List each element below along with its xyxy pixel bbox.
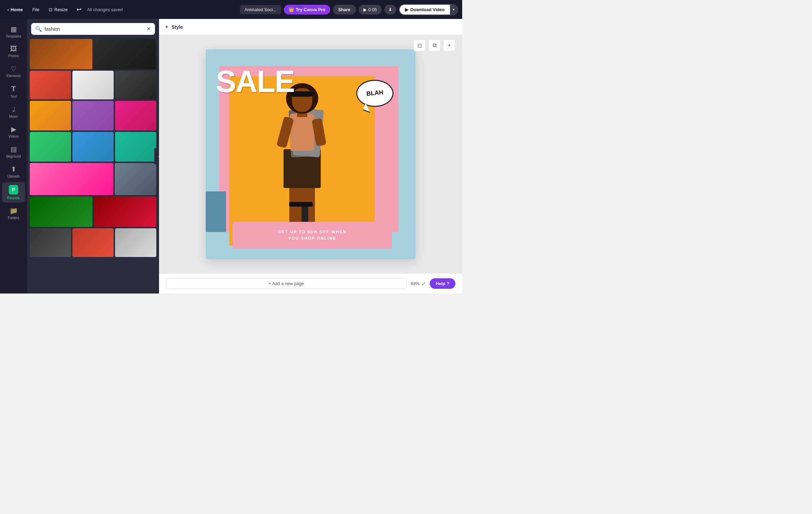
add-page-label: + Add a new page bbox=[269, 281, 304, 286]
sidebar-label-photos: Photos bbox=[8, 54, 19, 58]
play-icon: ▶ bbox=[363, 7, 367, 12]
sidebar-item-uploads[interactable]: ⬆ Uploads bbox=[2, 162, 25, 181]
style-sparkle-icon: ✦ bbox=[164, 24, 169, 30]
photo-thumb[interactable] bbox=[72, 132, 114, 162]
music-icon: ♩ bbox=[12, 105, 15, 113]
help-button[interactable]: Help ? bbox=[430, 278, 455, 289]
add-page-button[interactable]: + Add a new page bbox=[166, 278, 407, 289]
photo-thumb[interactable] bbox=[30, 228, 71, 257]
try-pro-button[interactable]: 👑 Try Canva Pro bbox=[284, 5, 330, 15]
photo-thumb[interactable] bbox=[72, 228, 114, 257]
project-name-label: Animated Soci... bbox=[245, 7, 277, 12]
design-canvas[interactable]: SALE BLAH GET UP TO 50% OFF WHEN YOU SHO… bbox=[206, 49, 415, 259]
photo-thumb[interactable] bbox=[115, 228, 156, 257]
clear-search-button[interactable]: ✕ bbox=[146, 26, 151, 32]
canvas-resize-button[interactable]: ⊡ bbox=[413, 39, 426, 51]
pexels-icon: P bbox=[9, 185, 18, 194]
expand-icon: ⤢ bbox=[422, 281, 426, 286]
resize-canvas-icon: ⊡ bbox=[418, 42, 422, 49]
canvas-copy-button[interactable]: ⧉ bbox=[428, 39, 441, 51]
photo-thumb[interactable] bbox=[72, 101, 114, 131]
download-video-label: Download Video bbox=[410, 7, 445, 12]
undo-icon: ↩ bbox=[76, 6, 82, 13]
top-navigation: ‹ Home File ⊡ Resize ↩ All changes saved… bbox=[0, 0, 462, 19]
uploads-icon: ⬆ bbox=[11, 165, 17, 173]
search-input[interactable] bbox=[45, 26, 144, 32]
download-icon-button[interactable]: ⬇ bbox=[384, 5, 396, 15]
home-button[interactable]: ‹ Home bbox=[4, 5, 26, 14]
sidebar-item-music[interactable]: ♩ Music bbox=[2, 102, 25, 121]
photo-thumb[interactable] bbox=[30, 71, 71, 99]
sidebar-item-folders[interactable]: 📁 Folders bbox=[2, 204, 25, 223]
photo-thumb[interactable] bbox=[30, 132, 71, 162]
photo-thumb[interactable] bbox=[115, 163, 156, 195]
undo-button[interactable]: ↩ bbox=[74, 4, 84, 15]
style-label: Style bbox=[172, 24, 183, 30]
photo-thumb[interactable] bbox=[30, 39, 92, 69]
videos-icon: ▶ bbox=[11, 125, 16, 133]
promo-line1: GET UP TO 50% OFF WHEN bbox=[278, 230, 347, 234]
sidebar-label-uploads: Uploads bbox=[7, 174, 20, 178]
photo-thumb[interactable] bbox=[115, 132, 156, 162]
download-video-button[interactable]: ▶ Download Video bbox=[400, 5, 450, 15]
sidebar-item-text[interactable]: T Text bbox=[2, 82, 25, 101]
zoom-expand-button[interactable]: ⤢ bbox=[422, 281, 426, 286]
yellow-photo-area bbox=[229, 76, 375, 246]
search-input-wrap: 🔍 ✕ bbox=[31, 23, 155, 35]
canvas-add-button[interactable]: + bbox=[443, 39, 455, 51]
sidebar: ▦ Templates 🖼 Photos ♡ Elements T Text ♩… bbox=[0, 19, 27, 294]
photo-thumb[interactable] bbox=[94, 196, 156, 227]
chevron-left-icon: ‹ bbox=[7, 7, 9, 12]
photo-thumb[interactable] bbox=[115, 71, 156, 99]
sidebar-label-background: Bkground bbox=[6, 155, 21, 158]
play-button[interactable]: ▶ 0:05 bbox=[359, 5, 382, 15]
save-status: All changes saved bbox=[87, 7, 123, 12]
photo-thumb[interactable] bbox=[115, 101, 156, 131]
templates-icon: ▦ bbox=[10, 25, 17, 33]
photo-thumb[interactable] bbox=[30, 101, 71, 131]
file-button[interactable]: File bbox=[29, 5, 43, 14]
photo-thumb[interactable] bbox=[30, 196, 92, 227]
speech-bubble: BLAH bbox=[356, 80, 393, 107]
try-pro-label: Try Canva Pro bbox=[296, 7, 325, 12]
resize-button[interactable]: ⊡ Resize bbox=[45, 5, 71, 14]
download-icon: ⬇ bbox=[388, 7, 392, 12]
photo-thumb[interactable] bbox=[30, 163, 113, 195]
sidebar-label-videos: Videos bbox=[8, 135, 19, 138]
sidebar-item-background[interactable]: ▤ Bkground bbox=[2, 142, 25, 161]
bottom-promo-bar: GET UP TO 50% OFF WHEN YOU SHOP ONLINE bbox=[233, 222, 392, 249]
model-torso bbox=[290, 114, 314, 151]
share-label: Share bbox=[338, 7, 351, 12]
stool-seat bbox=[289, 202, 313, 207]
sidebar-item-photos[interactable]: 🖼 Photos bbox=[2, 42, 25, 61]
elements-icon: ♡ bbox=[10, 65, 17, 73]
grid-row bbox=[30, 163, 156, 195]
sidebar-label-templates: Templates bbox=[6, 34, 21, 38]
sidebar-label-text: Text bbox=[10, 95, 17, 98]
sidebar-item-videos[interactable]: ▶ Videos bbox=[2, 122, 25, 141]
text-icon: T bbox=[11, 85, 16, 93]
resize-icon: ⊡ bbox=[49, 7, 52, 12]
project-name-button[interactable]: Animated Soci... bbox=[240, 5, 281, 14]
style-bar: ✦ Style bbox=[159, 19, 462, 35]
canvas-scroll[interactable]: SALE BLAH GET UP TO 50% OFF WHEN YOU SHO… bbox=[159, 35, 462, 273]
photo-thumb[interactable] bbox=[94, 39, 156, 69]
grid-row bbox=[30, 132, 156, 162]
sidebar-item-templates[interactable]: ▦ Templates bbox=[2, 22, 25, 41]
help-icon: ? bbox=[447, 281, 449, 286]
grid-row bbox=[30, 196, 156, 227]
photo-grid bbox=[27, 38, 159, 294]
search-panel: 🔍 ✕ bbox=[27, 19, 159, 294]
photos-icon: 🖼 bbox=[10, 45, 17, 53]
sidebar-item-elements[interactable]: ♡ Elements bbox=[2, 62, 25, 80]
clear-icon: ✕ bbox=[146, 26, 151, 32]
sidebar-item-pexels[interactable]: P Pexels bbox=[2, 182, 25, 203]
sidebar-label-folders: Folders bbox=[8, 216, 19, 220]
promo-text: GET UP TO 50% OFF WHEN YOU SHOP ONLINE bbox=[278, 229, 347, 242]
sidebar-label-music: Music bbox=[9, 115, 18, 118]
share-button[interactable]: Share bbox=[333, 5, 356, 15]
photo-thumb[interactable] bbox=[72, 71, 114, 99]
download-dropdown-button[interactable]: ▾ bbox=[450, 5, 457, 15]
collapse-panel-button[interactable]: ‹ bbox=[154, 148, 159, 164]
grid-row bbox=[30, 228, 156, 257]
